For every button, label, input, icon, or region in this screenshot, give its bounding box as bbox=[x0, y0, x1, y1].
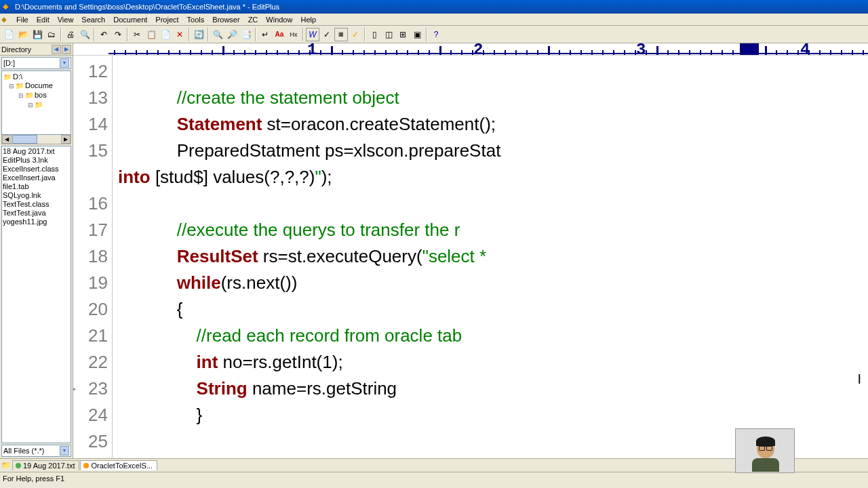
drive-selector[interactable]: [D:] ▼ bbox=[1, 57, 71, 69]
hex-icon[interactable]: Hx bbox=[287, 28, 300, 41]
file-item[interactable]: 18 Aug 2017.txt bbox=[3, 147, 70, 156]
webcam-overlay bbox=[735, 428, 795, 473]
replace-icon[interactable]: 🔎 bbox=[225, 28, 239, 41]
code-area[interactable]: 121314151617181920212223242526 //create … bbox=[73, 56, 868, 458]
undo-icon[interactable]: ↶ bbox=[97, 28, 111, 41]
menu-browser[interactable]: Browser bbox=[208, 15, 243, 24]
window2-icon[interactable]: ◫ bbox=[382, 28, 395, 41]
menu-search[interactable]: Search bbox=[77, 15, 109, 24]
help-icon[interactable]: ? bbox=[429, 28, 443, 41]
menu-file[interactable]: File bbox=[12, 15, 33, 24]
save-all-icon[interactable]: 🗂 bbox=[45, 28, 58, 41]
menu-project[interactable]: Project bbox=[151, 15, 182, 24]
line-gutter: 121314151617181920212223242526 bbox=[73, 56, 113, 458]
file-list[interactable]: 18 Aug 2017.txt EditPlus 3.lnk ExcelInse… bbox=[1, 146, 71, 443]
paste-icon[interactable]: 📄 bbox=[159, 28, 172, 41]
status-bar: For Help, press F1 bbox=[0, 472, 868, 484]
editor: 1234 121314151617181920212223242526 //cr… bbox=[73, 43, 868, 458]
tree-item[interactable]: bos bbox=[35, 91, 47, 99]
tree-item[interactable]: Docume bbox=[25, 81, 53, 89]
scroll-right-icon[interactable]: ▶ bbox=[61, 135, 71, 144]
sidebar-tab-label[interactable]: Directory bbox=[1, 45, 31, 54]
file-item[interactable]: TextTest.class bbox=[3, 200, 70, 209]
status-text: For Help, press F1 bbox=[3, 474, 64, 483]
tree-item[interactable] bbox=[35, 100, 44, 108]
tree-scrollbar[interactable]: ◀ ▶ bbox=[1, 135, 71, 144]
menu-document[interactable]: Document bbox=[109, 15, 151, 24]
redo-icon[interactable]: ↷ bbox=[111, 28, 125, 41]
filter-label: All Files (*.*) bbox=[3, 447, 45, 455]
menu-edit[interactable]: Edit bbox=[33, 15, 54, 24]
sidebar-header: Directory ◀ ▶ bbox=[0, 43, 73, 56]
code-text[interactable]: //create the statement object Statement … bbox=[113, 56, 868, 458]
save-icon[interactable]: 💾 bbox=[31, 28, 44, 41]
filter-dropdown-icon[interactable]: ▼ bbox=[60, 446, 69, 455]
window3-icon[interactable]: ⊞ bbox=[396, 28, 410, 41]
menu-view[interactable]: View bbox=[54, 15, 78, 24]
file-item[interactable]: yogesh11.jpg bbox=[3, 218, 70, 226]
drive-dropdown-icon[interactable]: ▼ bbox=[60, 58, 69, 68]
menu-help[interactable]: Help bbox=[296, 15, 320, 24]
main-area: Directory ◀ ▶ [D:] ▼ D:\ Docume bos ◀ ▶ … bbox=[0, 43, 868, 458]
file-item[interactable]: EditPlus 3.lnk bbox=[3, 156, 70, 165]
scroll-left-icon[interactable]: ◀ bbox=[2, 135, 12, 144]
print-icon[interactable]: 🖨 bbox=[64, 28, 77, 41]
cut-icon[interactable]: ✂ bbox=[130, 28, 144, 41]
file-item[interactable]: ExcelInsert.java bbox=[3, 174, 70, 182]
menu-tools[interactable]: Tools bbox=[183, 15, 209, 24]
font-icon[interactable]: Aa bbox=[273, 28, 286, 41]
text-cursor-icon: I bbox=[857, 371, 861, 387]
dot-icon bbox=[16, 463, 21, 468]
tab-file-2[interactable]: OracletToExcelS... bbox=[80, 460, 157, 470]
ruler[interactable]: 1234 bbox=[73, 43, 868, 56]
tree-root[interactable]: D:\ bbox=[13, 73, 22, 81]
copy-icon[interactable]: 📋 bbox=[144, 28, 158, 41]
open-icon[interactable]: 📂 bbox=[16, 28, 30, 41]
dot-icon bbox=[83, 463, 89, 468]
title-bar: D:\Documents and Settings\boss\Desktop\O… bbox=[0, 0, 868, 14]
tab-file-1[interactable]: 19 Aug 2017.txt bbox=[12, 460, 79, 470]
new-file-icon[interactable]: 📄 bbox=[2, 28, 16, 41]
file-item[interactable]: ExcelInsert.class bbox=[3, 165, 70, 174]
file-item[interactable]: file1.tab bbox=[3, 182, 70, 191]
spell-icon[interactable]: ✓ bbox=[320, 28, 334, 41]
folder-tree[interactable]: D:\ Docume bos bbox=[1, 70, 71, 135]
refresh-icon[interactable]: 🔄 bbox=[192, 28, 205, 41]
sidebar: Directory ◀ ▶ [D:] ▼ D:\ Docume bos ◀ ▶ … bbox=[0, 43, 73, 458]
delete-icon[interactable]: ✕ bbox=[173, 28, 186, 41]
window4-icon[interactable]: ▣ bbox=[410, 28, 424, 41]
sidebar-next-icon[interactable]: ▶ bbox=[62, 45, 71, 54]
w-icon[interactable]: W bbox=[306, 28, 319, 41]
menu-bar: File Edit View Search Document Project T… bbox=[0, 14, 868, 26]
sidebar-prev-icon[interactable]: ◀ bbox=[52, 45, 61, 54]
app-icon-small bbox=[1, 15, 11, 24]
word-wrap-icon[interactable]: ↵ bbox=[258, 28, 272, 41]
tabs-folder-icon[interactable] bbox=[1, 461, 11, 470]
find-icon[interactable]: 🔍 bbox=[211, 28, 224, 41]
toolbar: 📄 📂 💾 🗂 🖨 🔍 ↶ ↷ ✂ 📋 📄 ✕ 🔄 🔍 🔎 📑 ↵ Aa Hx … bbox=[0, 26, 868, 43]
menu-zc[interactable]: ZC bbox=[244, 15, 262, 24]
file-item[interactable]: TextTest.java bbox=[3, 209, 70, 218]
drive-label: [D:] bbox=[3, 59, 15, 67]
preview-icon[interactable]: 🔍 bbox=[78, 28, 92, 41]
menu-window[interactable]: Window bbox=[262, 15, 296, 24]
app-icon bbox=[3, 2, 12, 12]
window1-icon[interactable]: ▯ bbox=[368, 28, 381, 41]
tool1-icon[interactable]: ▦ bbox=[334, 28, 348, 41]
window-title: D:\Documents and Settings\boss\Desktop\O… bbox=[15, 3, 279, 11]
file-item[interactable]: SQLyog.lnk bbox=[3, 191, 70, 200]
check-icon[interactable]: ✓ bbox=[349, 28, 362, 41]
file-filter[interactable]: All Files (*.*) ▼ bbox=[1, 445, 71, 457]
list-icon[interactable]: 📑 bbox=[239, 28, 253, 41]
